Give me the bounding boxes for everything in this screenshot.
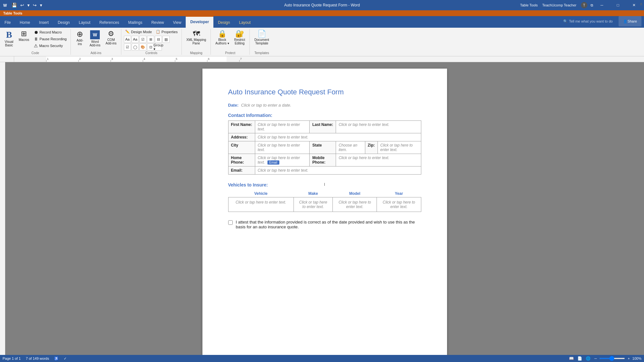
attestation-row: I attest that the information provided i… [228, 220, 421, 229]
ribbon-tabs: File Home Insert Design Layout Reference… [0, 16, 644, 28]
xml-mapping-label: XML MappingPane [186, 38, 206, 45]
document-area[interactable]: Auto Insurance Quote Request Form Date: … [5, 62, 644, 362]
email-badge[interactable]: Email [267, 160, 279, 165]
ribbon-group-templates: 📄 DocumentTemplate Templates [250, 29, 274, 55]
xml-mapping-pane-button[interactable]: 🗺 XML MappingPane [184, 29, 208, 46]
read-mode-button[interactable]: 📖 [568, 356, 575, 361]
vertical-ruler [0, 62, 5, 362]
ctrl-icon-4[interactable]: ⊞ [147, 36, 154, 43]
tab-layout2[interactable]: Layout [235, 17, 255, 28]
model-col-header: Model [333, 190, 377, 197]
tab-design2[interactable]: Design [213, 17, 234, 28]
status-right: 📖 📄 🌐 ─ + 100% [568, 356, 641, 361]
ctrl-icon-10[interactable]: ⊡ [147, 43, 154, 51]
vehicle-value[interactable]: Click or tap here to enter text. [228, 197, 294, 212]
quick-access-toolbar: 💾 ↩ ▾ ↪ ▾ [10, 2, 43, 8]
zoom-out-icon[interactable]: ─ [594, 357, 597, 360]
table-row-email: Email: Click or tap here to enter text. [228, 167, 421, 175]
vehicles-table: Vehicle Make Model Year Click or tap her… [228, 190, 421, 212]
page-status: Page 1 of 1 [3, 357, 21, 360]
minimize-button[interactable]: ─ [594, 0, 609, 10]
addins-label: Add-ins [77, 39, 83, 46]
ribbon-group-mapping: 🗺 XML MappingPane Mapping [182, 29, 211, 55]
customize-icon[interactable]: ▾ [39, 2, 43, 8]
city-value[interactable]: Click or tap here to enter text. [255, 141, 310, 154]
ctrl-icon-8[interactable]: ◯ [132, 43, 139, 51]
record-macro-button[interactable]: ⏺ Record Macro [33, 29, 68, 35]
visual-basic-button[interactable]: B VisualBasic [3, 29, 15, 48]
addins-group-label: Add-ins [73, 51, 118, 55]
tab-view[interactable]: View [169, 17, 186, 28]
pause-recording-icon: ⏸ [34, 36, 38, 42]
redo-icon[interactable]: ↪ [32, 2, 38, 8]
macros-button[interactable]: ⊞ Macros [17, 29, 31, 43]
first-name-value[interactable]: Click or tap here to enter text. [255, 121, 310, 133]
macro-security-button[interactable]: ⚠ Macro Security [33, 43, 68, 49]
date-input[interactable]: Click or tap to enter a date. [241, 103, 291, 108]
addins-button[interactable]: ⊕ Add-ins [73, 29, 86, 47]
controls-row1: ✏️ Design Mode 📋 Properties [124, 29, 179, 34]
word-addins-button[interactable]: W WordAdd-ins [88, 29, 102, 48]
protect-group-content: 🔒 BlockAuthors ▾ 🔐 RestrictEditing [213, 29, 247, 51]
properties-button[interactable]: 📋 Properties [154, 29, 179, 34]
state-label: State [310, 141, 336, 154]
zip-value[interactable]: Click or tap here to enter text. [378, 141, 421, 154]
tab-file[interactable]: File [0, 17, 15, 28]
tab-references[interactable]: References [95, 17, 124, 28]
com-addins-button[interactable]: ⚙ COMAdd-ins [104, 29, 118, 46]
tab-home[interactable]: Home [15, 17, 34, 28]
address-value[interactable]: Click or tap here to enter text. [255, 133, 421, 141]
ctrl-icon-9[interactable]: 🎨 [139, 43, 146, 51]
accessibility-icon[interactable]: ♿ [54, 357, 59, 361]
proofing-icon[interactable]: ✓ [64, 357, 67, 361]
document-title: Auto Insurance Quote Request Form - Word [284, 3, 360, 7]
ribbon: File Home Insert Design Layout Reference… [0, 16, 644, 56]
mobile-phone-value[interactable]: Click or tap here to enter text. [336, 154, 421, 167]
user-avatar[interactable]: T [581, 2, 587, 8]
document-template-button[interactable]: 📄 DocumentTemplate [252, 29, 271, 46]
undo-dropdown-icon[interactable]: ▾ [26, 2, 31, 8]
make-value[interactable]: Click or tap hereto enter text. [294, 197, 333, 212]
block-authors-button[interactable]: 🔒 BlockAuthors ▾ [213, 29, 231, 46]
pause-recording-button[interactable]: ⏸ Pause Recording [33, 36, 68, 42]
year-value[interactable]: Click or tap here toenter text. [377, 197, 421, 212]
table-row-address: Address: Click or tap here to enter text… [228, 133, 421, 141]
ctrl-icon-5[interactable]: ⊟ [155, 36, 162, 43]
mapping-group-content: 🗺 XML MappingPane [184, 29, 208, 51]
last-name-value[interactable]: Click or tap here to enter text. [336, 121, 421, 133]
design-mode-button[interactable]: ✏️ Design Mode [124, 29, 153, 34]
maximize-button[interactable]: □ [611, 0, 625, 10]
ctrl-icon-2[interactable]: Aa [132, 36, 139, 43]
ribbon-collapse-button[interactable]: ∧ [639, 1, 643, 6]
tab-review[interactable]: Review [147, 17, 168, 28]
ctrl-icon-6[interactable]: ▤ [163, 36, 170, 43]
left-ruler [0, 62, 5, 362]
attestation-checkbox[interactable] [228, 220, 233, 225]
restore-icon[interactable]: ⧉ [591, 3, 593, 7]
ctrl-icon-3[interactable]: ☑ [139, 36, 146, 43]
web-layout-button[interactable]: 🌐 [585, 356, 592, 361]
ctrl-icon-1[interactable]: Aa [124, 36, 131, 43]
email-value[interactable]: Click or tap here to enter text. [255, 167, 421, 175]
tab-layout[interactable]: Layout [74, 17, 95, 28]
tab-mailings[interactable]: Mailings [124, 17, 147, 28]
address-label: Address: [228, 133, 255, 141]
model-value[interactable]: Click or tap here toenter text. [333, 197, 377, 212]
tell-me-button[interactable]: 🔍 Tell me what you want to do [559, 16, 617, 26]
state-value[interactable]: Choose an item. [336, 141, 365, 154]
tab-design[interactable]: Design [53, 17, 74, 28]
svg-text:3: 3 [111, 57, 113, 61]
tab-insert[interactable]: Insert [34, 17, 53, 28]
undo-icon[interactable]: ↩ [19, 2, 25, 8]
share-button[interactable]: 👤 Share [619, 16, 641, 26]
zoom-in-icon[interactable]: + [628, 357, 630, 360]
save-icon[interactable]: 💾 [10, 2, 18, 8]
zoom-level[interactable]: 100% [632, 357, 641, 360]
restrict-editing-button[interactable]: 🔐 RestrictEditing [232, 29, 247, 46]
ctrl-icon-7[interactable]: ☑ [124, 43, 131, 51]
ruler-corner [10, 56, 14, 62]
print-layout-button[interactable]: 📄 [576, 356, 583, 361]
tab-developer[interactable]: Developer [186, 16, 213, 28]
group-dropdown-btn[interactable]: Group ▾ [155, 43, 162, 51]
zoom-slider[interactable] [599, 358, 625, 359]
